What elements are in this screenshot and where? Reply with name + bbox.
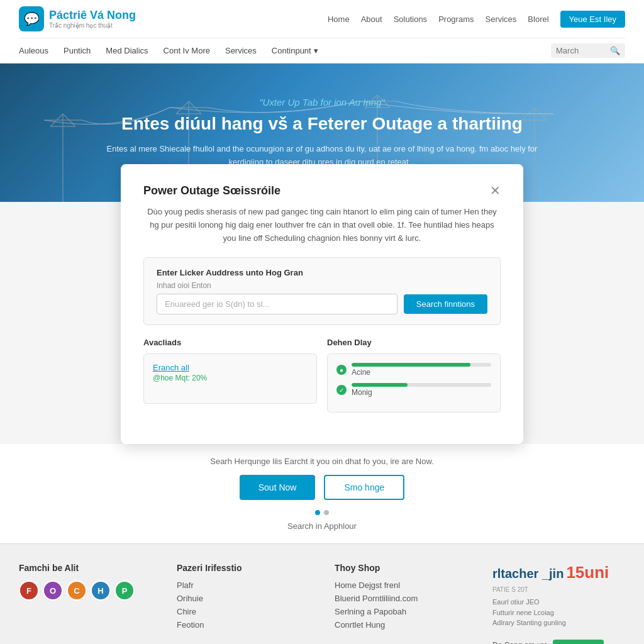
footer-desc2: Futturir nene Lcoiag: [492, 608, 625, 618]
progress-icon-active: ●: [336, 365, 347, 375]
logo-sub: Trắc nghiệm học thuật: [49, 22, 136, 29]
bottom-description: Searh Herqunge liis Earcht it you oin dh…: [13, 457, 631, 466]
footer-avatars: F O C H P: [19, 580, 152, 601]
input-sublabel: Inhad oioi Enton: [157, 281, 487, 290]
footer-col-2: Pazeri Irifesstio Plafr Orihuie Chire Fe…: [177, 563, 309, 644]
address-input-section: Enter Licker Auddress unto Hog Gran Inha…: [143, 257, 501, 325]
footer-desc3: Adlrary Stanting gunling: [492, 618, 625, 628]
result-item: Eranch all @hoe Mqt: 20%: [153, 363, 308, 382]
footer-brand-text: rltacher _jin: [492, 567, 564, 581]
footer-col2-title: Pazeri Irifesstio: [177, 563, 309, 573]
modal-title: Power Outage Sœissróile: [143, 184, 280, 197]
dot-1[interactable]: [315, 510, 320, 515]
modal-close-button[interactable]: ✕: [490, 183, 501, 198]
subnav-item4[interactable]: Cont Iv More: [164, 46, 210, 55]
progress-item-1: ● Acine: [336, 363, 491, 377]
results-row: Avacliads Eranch all @hoe Mqt: 20% Dehen…: [143, 338, 501, 413]
bottom-area: Searh Herqunge liis Earcht it you oin dh…: [0, 444, 644, 543]
logo-name: Páctriê Vá Nong: [49, 9, 136, 23]
site-footer: Famchi be Alit F O C H P Pazeri Irifesst…: [0, 543, 644, 644]
footer-link-home[interactable]: Home Dejgst frenl: [335, 580, 467, 590]
bottom-buttons: Sout Now Smo hnge: [13, 475, 631, 500]
sub-nav: Auleous Puntich Med Dialics Cont Iv More…: [19, 38, 625, 63]
avatar-3: C: [67, 580, 87, 601]
carousel-dots: [13, 510, 631, 515]
footer-col-1: Famchi be Alit F O C H P: [19, 563, 152, 644]
modal-area: Power Outage Sœissróile ✕ Dùo youg pedis…: [0, 164, 644, 444]
hero-title: Entes diúul hang vš a Feterer Outage a t…: [102, 114, 542, 134]
modal-description: Dùo youg pedis sherasis of new pad gange…: [143, 206, 501, 245]
footer-links-3: Home Dejgst frenl Bluerid Porntliliind.c…: [335, 580, 467, 630]
header-search[interactable]: 🔍: [551, 43, 625, 58]
avatar-4: H: [91, 580, 111, 601]
hero-subtitle: "Uxter Up Tab for ion Au Inng": [102, 97, 542, 108]
logo-icon: 💬: [19, 6, 44, 31]
footer-link-plafr[interactable]: Plafr: [177, 580, 309, 590]
footer-link-bluerid[interactable]: Bluerid Porntliliind.com: [335, 594, 467, 603]
result-item-name[interactable]: Eranch all: [153, 363, 308, 372]
logo[interactable]: 💬 Páctriê Vá Nong Trắc nghiệm học thuật: [19, 6, 136, 31]
subnav-dropdown[interactable]: Continpunt ▾: [272, 46, 318, 55]
main-nav: Home About Solutions Programs Services B…: [328, 11, 625, 28]
progress-item-2: ✓ Monig: [336, 383, 491, 397]
primary-cta-button[interactable]: Sout Now: [240, 475, 316, 500]
footer-brand: rltacher _jin 15uni: [492, 563, 625, 582]
avatar-2: O: [43, 580, 63, 601]
footer-brand-sub: PATIE S 20T: [492, 586, 625, 593]
enable-button[interactable]: Enecotble: [553, 640, 604, 644]
modal-header: Power Outage Sœissróile ✕: [143, 183, 501, 198]
nav-about[interactable]: About: [361, 14, 382, 24]
footer-col1-title: Famchi be Alit: [19, 563, 152, 573]
subnav-item2[interactable]: Puntich: [64, 46, 91, 55]
left-col-title: Avacliads: [143, 338, 317, 347]
footer-link-chire[interactable]: Chire: [177, 607, 309, 616]
search-icon: 🔍: [610, 46, 620, 55]
footer-col-4: rltacher _jin 15uni PATIE S 20T Eaurl ot…: [492, 563, 625, 644]
right-result-col: Dehen Dlay ● Acine ✓: [327, 338, 501, 413]
subnav-item6[interactable]: Continpunt: [272, 46, 311, 55]
nav-services[interactable]: Services: [485, 14, 516, 24]
secondary-cta-button[interactable]: Smo hnge: [324, 475, 404, 500]
footer-link-orihuie[interactable]: Orihuie: [177, 594, 309, 603]
nav-solutions[interactable]: Solutions: [394, 14, 427, 24]
footer-desc: Eaurl otiur JEO Futturir nene Lcoiag Adl…: [492, 597, 625, 628]
search-input[interactable]: [556, 46, 606, 55]
avatar-1: F: [19, 580, 39, 601]
nav-blog[interactable]: Blorel: [528, 14, 548, 24]
avatar-5: P: [114, 580, 135, 601]
right-col-title: Dehen Dlay: [327, 338, 501, 347]
modal-card: Power Outage Sœissróile ✕ Dùo youg pedis…: [121, 164, 523, 444]
subnav-item5[interactable]: Services: [225, 46, 257, 55]
chevron-down-icon: ▾: [314, 46, 318, 55]
right-result-box: ● Acine ✓: [327, 353, 501, 413]
input-label: Enter Licker Auddress unto Hog Gran: [157, 268, 487, 277]
search-caption: Search in Apphlour: [13, 521, 631, 531]
footer-col-3: Thoy Shop Home Dejgst frenl Bluerid Porn…: [335, 563, 467, 644]
footer-enable-label: De Cong am ure: [492, 641, 548, 644]
left-result-box: Eranch all @hoe Mqt: 20%: [143, 353, 317, 404]
footer-link-conrtlet[interactable]: Conrtlet Hung: [335, 620, 467, 630]
svg-line-2: [63, 114, 75, 126]
nav-home[interactable]: Home: [328, 14, 350, 24]
hero-content: "Uxter Up Tab for ion Au Inng" Entes diú…: [102, 97, 542, 169]
footer-links-2: Plafr Orihuie Chire Feotion: [177, 580, 309, 630]
dot-2[interactable]: [324, 510, 329, 515]
result-item-sub: @hoe Mqt: 20%: [153, 374, 308, 382]
footer-link-feotion[interactable]: Feotion: [177, 620, 309, 630]
progress-icon-check: ✓: [336, 385, 347, 395]
footer-link-serlning[interactable]: Serlning a Papobah: [335, 607, 467, 616]
footer-desc1: Eaurl otiur JEO: [492, 597, 625, 608]
svg-line-1: [50, 114, 63, 126]
progress-bar-1: Acine: [352, 363, 491, 377]
search-outages-button[interactable]: Search finntions: [404, 294, 487, 314]
progress-bar-2: Monig: [352, 383, 491, 397]
footer-brand-num: 15uni: [566, 563, 609, 582]
nav-programs[interactable]: Programs: [438, 14, 474, 24]
left-result-col: Avacliads Eranch all @hoe Mqt: 20%: [143, 338, 317, 413]
progress-label-2: Monig: [352, 388, 491, 397]
site-header: 💬 Páctriê Vá Nong Trắc nghiệm học thuật …: [0, 0, 644, 64]
subnav-item3[interactable]: Med Dialics: [106, 46, 148, 55]
cta-button[interactable]: Yeue Est Iley: [560, 11, 625, 28]
subnav-item1[interactable]: Auleous: [19, 46, 48, 55]
address-select[interactable]: Enuareed ger io S(dn) to sl...: [157, 294, 397, 314]
